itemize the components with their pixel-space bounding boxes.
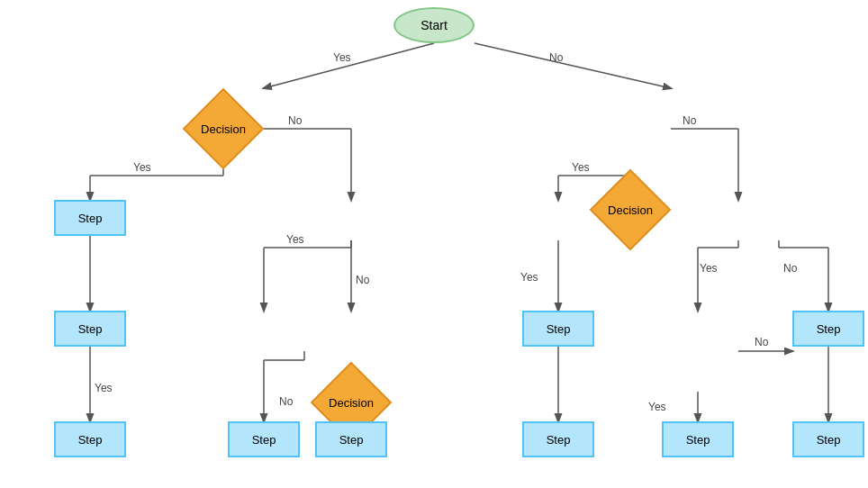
- svg-text:No: No: [783, 262, 798, 275]
- decision-3-label: Decision: [311, 362, 392, 443]
- svg-text:No: No: [683, 114, 697, 127]
- step-2: Step: [54, 311, 126, 347]
- decision-2-label: Decision: [590, 169, 671, 250]
- decision-1-label: Decision: [183, 88, 264, 169]
- step-8: Step: [662, 421, 734, 457]
- flowchart-svg: Yes No Yes No Yes Yes No No Yes Yes No Y…: [0, 0, 868, 488]
- svg-text:Yes: Yes: [648, 401, 666, 413]
- svg-text:No: No: [288, 114, 303, 127]
- svg-text:Yes: Yes: [133, 161, 151, 174]
- step-10-label: Step: [817, 433, 841, 447]
- start-node: Start: [393, 7, 475, 43]
- svg-text:Yes: Yes: [520, 271, 538, 284]
- svg-text:Yes: Yes: [572, 161, 590, 174]
- step-7-label: Step: [547, 433, 571, 447]
- svg-text:Yes: Yes: [286, 233, 304, 246]
- step-8-label: Step: [686, 433, 710, 447]
- step-9: Step: [792, 311, 864, 347]
- svg-text:No: No: [279, 395, 294, 408]
- svg-text:Yes: Yes: [95, 382, 113, 394]
- step-3-label: Step: [78, 433, 103, 447]
- decision-3: Decision: [311, 362, 392, 443]
- svg-text:No: No: [755, 336, 769, 348]
- step-1-label: Step: [78, 212, 103, 225]
- step-10: Step: [792, 421, 864, 457]
- step-4-label: Step: [252, 433, 276, 447]
- step-9-label: Step: [817, 322, 841, 336]
- step-3: Step: [54, 421, 126, 457]
- decision-1: Decision: [183, 88, 264, 169]
- svg-line-0: [264, 43, 434, 88]
- step-4: Step: [228, 421, 300, 457]
- step-7: Step: [522, 421, 594, 457]
- step-1: Step: [54, 200, 126, 236]
- svg-line-2: [475, 43, 671, 88]
- start-label: Start: [420, 18, 448, 32]
- step-6-label: Step: [547, 322, 571, 336]
- decision-2: Decision: [590, 169, 671, 250]
- step-6: Step: [522, 311, 594, 347]
- svg-text:No: No: [356, 274, 370, 286]
- svg-text:Yes: Yes: [333, 51, 351, 64]
- svg-text:No: No: [549, 51, 564, 64]
- step-2-label: Step: [78, 322, 103, 336]
- svg-text:Yes: Yes: [700, 262, 718, 275]
